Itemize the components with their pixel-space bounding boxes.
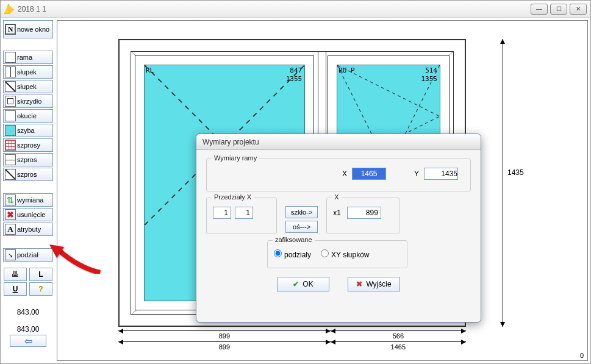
help-button[interactable]: ? (29, 282, 52, 296)
close-button[interactable]: ✕ (570, 4, 587, 15)
app-window: 2018 1 1 — ☐ ✕ N nowe okno rama słupek s… (0, 0, 591, 364)
slupek2-button[interactable]: słupek (3, 80, 53, 93)
delete-icon: ✖ (5, 209, 16, 220)
radio-xyslupkow-label: XY słupków (331, 251, 369, 259)
os-button[interactable]: oś---> (285, 221, 318, 233)
x1-input[interactable] (347, 207, 381, 219)
radio-podzialy[interactable]: podzialy (274, 249, 311, 259)
szpros2-button[interactable]: szpros (3, 168, 53, 181)
usuniecie-label: usunięcie (17, 211, 45, 218)
szyba-button[interactable]: szyba (3, 124, 53, 137)
skrzydlo-button[interactable]: skrzydło (3, 95, 53, 108)
value-2: 843,00 (17, 325, 40, 334)
slupek1-button[interactable]: słupek (3, 65, 53, 79)
skrzydlo-label: skrzydło (17, 98, 41, 105)
radio-xyslupkow[interactable]: XY słupków (321, 249, 369, 259)
dim-bot-2: 1465 (331, 341, 466, 352)
frame-dims-fieldset: Wymiary ramy X Y (206, 159, 471, 191)
atrybuty-button[interactable]: Aatrybuty (3, 223, 53, 236)
title-bar[interactable]: 2018 1 1 — ☐ ✕ (1, 1, 590, 18)
atrybuty-label: atrybuty (17, 226, 41, 233)
back-button[interactable]: ⇦ (10, 335, 46, 347)
szprosy-label: szprosy (17, 141, 40, 149)
maximize-button[interactable]: ☐ (550, 4, 567, 15)
p1-input[interactable] (213, 207, 231, 219)
dimension-width: 899 566 899 1465 (118, 330, 466, 352)
svg-line-4 (337, 65, 440, 116)
bar-d-icon (5, 169, 16, 180)
ok-label: OK (303, 280, 313, 288)
szpros1-label: szpros (17, 156, 37, 163)
attributes-icon: A (5, 224, 16, 235)
x-input[interactable] (352, 168, 386, 180)
rama-button[interactable]: rama (3, 51, 53, 64)
l-button[interactable]: L (29, 268, 52, 281)
swap-icon: ⇅ (5, 194, 16, 205)
dialog-title[interactable]: Wymiary projektu (196, 134, 481, 150)
window-title: 2018 1 1 (18, 5, 46, 13)
x-icon: ✖ (356, 280, 362, 288)
nowe-okno-label: nowe okno (17, 26, 49, 33)
szyba-label: szyba (17, 127, 35, 134)
okucie-button[interactable]: okucie (3, 109, 53, 123)
fixed-fieldset: zafiksowane podzialy XY słupków (267, 240, 407, 268)
grid-icon (5, 140, 16, 151)
wymiana-button[interactable]: ⇅wymiana (3, 193, 53, 207)
szklo-button[interactable]: szkło-> (285, 206, 318, 218)
glass-icon (5, 125, 16, 136)
value-1: 843,00 (17, 308, 40, 316)
p2-input[interactable] (235, 207, 253, 219)
x-label: X (342, 170, 347, 178)
print-button[interactable]: 🖶 (4, 268, 27, 281)
client-area: N nowe okno rama słupek słupek skrzydło … (1, 18, 590, 363)
dim-top-2: 566 (331, 330, 466, 341)
arrow-left-icon: ⇦ (24, 335, 32, 347)
minimize-button[interactable]: — (531, 4, 548, 15)
bar-h-icon (5, 154, 16, 165)
u-button[interactable]: U (4, 282, 27, 296)
frame-icon (5, 52, 16, 63)
x1-label: x1 (333, 209, 341, 217)
app-icon (4, 4, 14, 14)
szpros2-label: szpros (17, 171, 37, 178)
radio-xyslupkow-input[interactable] (321, 249, 329, 257)
fixed-legend: zafiksowane (273, 236, 315, 243)
dim-bot-1: 899 (118, 341, 331, 352)
przedzialy-legend: Przedziały X (212, 193, 254, 201)
dimensions-dialog: Wymiary projektu Wymiary ramy X Y Przedz… (196, 134, 481, 323)
wymiana-label: wymiana (17, 196, 43, 204)
x-fieldset: X x1 (326, 198, 399, 234)
dimension-height: 1435 (503, 39, 503, 327)
mullion-v-icon (5, 66, 16, 77)
slupek2-label: słupek (17, 83, 37, 90)
mullion-d-icon (5, 81, 16, 92)
radio-podzialy-input[interactable] (274, 249, 282, 257)
podzial-button[interactable]: ↘podział (3, 248, 53, 262)
ok-button[interactable]: ✔OK (277, 277, 329, 291)
window-controls: — ☐ ✕ (531, 4, 587, 15)
bottom-sidebar: 🖶 L U ? 843,00 843,00 ⇦ (3, 268, 53, 347)
dim-top-1: 899 (118, 330, 331, 341)
zero-label: 0 (580, 352, 584, 359)
szprosy-button[interactable]: szprosy (3, 138, 53, 152)
okucie-label: okucie (17, 112, 37, 120)
przedzialy-fieldset: Przedziały X (206, 198, 277, 234)
check-icon: ✔ (293, 280, 299, 288)
slupek1-label: słupek (17, 68, 37, 76)
hardware-icon (5, 110, 16, 121)
exit-button[interactable]: ✖Wyjście (348, 277, 400, 291)
x-section-legend: X (332, 193, 341, 201)
nowe-okno-button[interactable]: N nowe okno (3, 20, 53, 38)
y-label: Y (414, 170, 419, 178)
rama-label: rama (17, 54, 32, 61)
tool-sidebar: N nowe okno rama słupek słupek skrzydło … (3, 20, 53, 262)
radio-podzialy-label: podzialy (284, 251, 311, 259)
exit-label: Wyjście (366, 280, 391, 288)
sash-icon (5, 96, 16, 107)
podzial-label: podział (17, 251, 38, 259)
frame-dims-legend: Wymiary ramy (212, 154, 259, 162)
y-input[interactable] (424, 168, 458, 180)
usuniecie-button[interactable]: ✖usunięcie (3, 208, 53, 221)
szpros1-button[interactable]: szpros (3, 153, 53, 166)
letter-n-icon: N (5, 24, 16, 35)
